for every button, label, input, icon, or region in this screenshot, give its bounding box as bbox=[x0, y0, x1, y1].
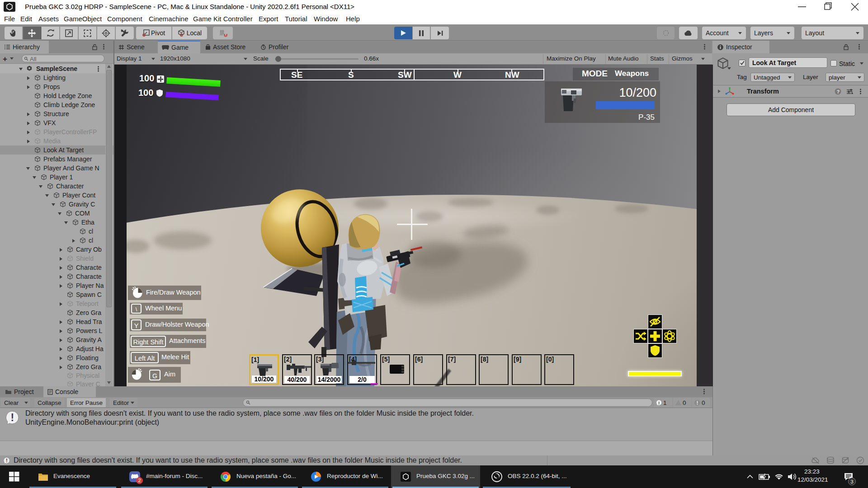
svg-text:?: ? bbox=[837, 89, 840, 94]
svg-text:!: ! bbox=[6, 458, 8, 463]
svg-text:!: ! bbox=[658, 400, 660, 405]
svg-text:!: ! bbox=[10, 412, 14, 423]
